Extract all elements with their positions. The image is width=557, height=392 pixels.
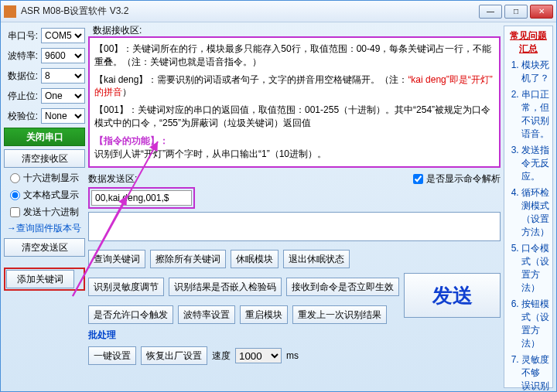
port-label: 串口号:: [4, 29, 38, 43]
add-keyword-button[interactable]: 添加关键词: [6, 270, 74, 288]
send-button[interactable]: 发送: [404, 273, 501, 318]
parse-label: 是否显示命令解析: [426, 172, 501, 186]
left-panel: 串口号: COM5 波特率: 9600 数据位: 8 停止位: One 校验位:…: [4, 26, 85, 388]
exit-sleep-button[interactable]: 退出休眠状态: [283, 250, 350, 268]
send-textarea[interactable]: [88, 212, 501, 241]
baud-select[interactable]: 9600: [41, 48, 85, 63]
send-hex-label: 发送十六进制: [23, 206, 79, 219]
close-port-button[interactable]: 关闭串口: [4, 128, 85, 146]
databit-select[interactable]: 8: [41, 68, 85, 84]
restart-button[interactable]: 重启模块: [240, 305, 288, 324]
recv-p1: 【00】：关键词所在的行，模块最多只能存入50行，取值范围：00-49，每条关键…: [94, 43, 494, 69]
faq-title: 常见问题汇总: [507, 29, 549, 56]
parse-checkbox[interactable]: [413, 174, 423, 184]
onekey-button[interactable]: 一键设置: [88, 346, 136, 365]
allow-trigger-button[interactable]: 是否允许口令触发: [88, 305, 173, 324]
titlebar: ASR M08-B设置软件 V3.2 — □ ✕: [1, 1, 556, 22]
embed-check-button[interactable]: 识别结果是否嵌入检验码: [169, 278, 282, 296]
erase-all-button[interactable]: 擦除所有关键词: [150, 250, 226, 268]
batch-title: 批处理: [88, 329, 501, 342]
app-icon: [4, 5, 16, 18]
text-display-label: 文本格式显示: [23, 189, 79, 202]
parity-select[interactable]: None: [41, 108, 85, 124]
stopbit-select[interactable]: One: [41, 88, 85, 104]
faq-item[interactable]: 模块死机了？: [521, 59, 549, 85]
send-value-input[interactable]: [91, 190, 192, 206]
faq-item[interactable]: 灵敏度不够 误识别大: [521, 353, 549, 391]
window-title: ASR M08-B设置软件 V3.2: [21, 5, 479, 18]
stopbit-label: 停止位:: [4, 90, 38, 103]
databit-label: 数据位:: [4, 70, 38, 83]
faq-item[interactable]: 按钮模式（设置方法）: [521, 298, 549, 350]
port-select[interactable]: COM5: [41, 28, 85, 43]
recv-area: 【00】：关键词所在的行，模块最多只能存入50行，取值范围：00-49，每条关键…: [88, 36, 501, 168]
hex-display-radio[interactable]: [10, 173, 20, 183]
maximize-button[interactable]: □: [504, 5, 528, 19]
recv-label: 数据接收区:: [93, 24, 142, 37]
faq-list: 模块死机了？ 串口正常，但不识别语音。 发送指令无反应。 循环检测模式（设置方法…: [507, 59, 549, 391]
parity-label: 校验位:: [4, 110, 38, 123]
close-button[interactable]: ✕: [530, 5, 553, 19]
text-display-radio[interactable]: [10, 190, 20, 200]
clear-send-button[interactable]: 清空发送区: [4, 238, 85, 257]
send-label: 数据发送区:: [88, 172, 137, 186]
app-window: ASR M08-B设置软件 V3.2 — □ ✕ 串口号: COM5 波特率: …: [0, 0, 557, 392]
baud-set-button[interactable]: 波特率设置: [178, 305, 235, 324]
sensitivity-button[interactable]: 识别灵敏度调节: [88, 278, 164, 296]
firmware-link[interactable]: →查询固件版本号: [4, 222, 85, 235]
redo-button[interactable]: 重发上一次识别结果: [292, 305, 387, 324]
minimize-button[interactable]: —: [479, 5, 502, 19]
recv-p3: 【001】：关键词对应的串口的返回值，取值范围：001-255（十进制）。其中“…: [94, 104, 494, 130]
baud-label: 波特率:: [4, 49, 38, 63]
speed-select[interactable]: 1000: [235, 348, 282, 363]
immediate-button[interactable]: 接收到命令是否立即生效: [286, 278, 399, 296]
faq-item[interactable]: 口令模式（设置方法）: [521, 242, 549, 295]
faq-item[interactable]: 发送指令无反应。: [521, 144, 549, 183]
sleep-button[interactable]: 休眠模块: [231, 250, 278, 268]
restore-button[interactable]: 恢复出厂设置: [141, 346, 207, 365]
middle-panel: 数据接收区: 【00】：关键词所在的行，模块最多只能存入50行，取值范围：00-…: [88, 26, 501, 388]
hex-display-label: 十六进制显示: [23, 172, 79, 185]
send-hex-checkbox[interactable]: [10, 207, 20, 217]
query-keyword-button[interactable]: 查询关键词: [88, 250, 145, 268]
clear-recv-button[interactable]: 清空接收区: [4, 149, 85, 168]
faq-panel: 常见问题汇总 模块死机了？ 串口正常，但不识别语音。 发送指令无反应。 循环检测…: [504, 26, 553, 388]
speed-unit: ms: [286, 350, 299, 361]
faq-item[interactable]: 循环检测模式（设置方法）: [521, 186, 549, 239]
speed-label: 速度: [212, 349, 231, 363]
faq-item[interactable]: 串口正常，但不识别语音。: [521, 88, 549, 141]
